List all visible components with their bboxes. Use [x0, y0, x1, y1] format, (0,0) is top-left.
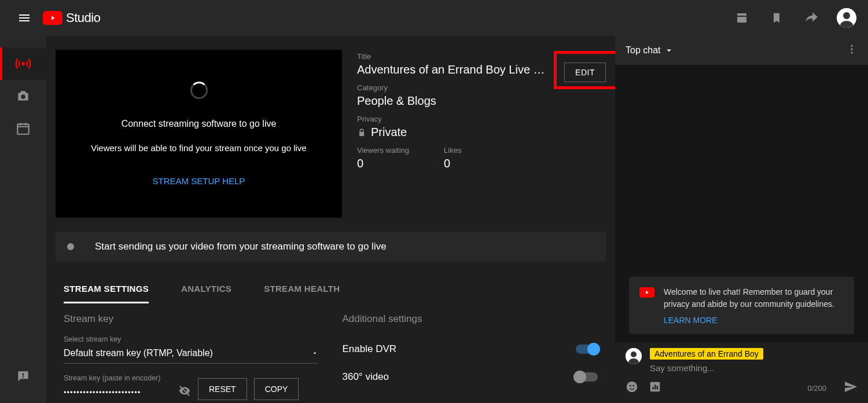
stream-key-field-label: Stream key (paste in encoder): [64, 374, 191, 382]
svg-point-12: [631, 351, 637, 357]
additional-settings-title: Additional settings: [343, 313, 598, 325]
dvr-label: Enable DVR: [343, 343, 397, 355]
category-label: Category: [357, 83, 606, 92]
video360-toggle[interactable]: [576, 372, 598, 382]
chat-welcome-card: Welcome to live chat! Remember to guard …: [629, 277, 854, 334]
video360-label: 360° video: [343, 371, 389, 383]
svg-rect-5: [17, 124, 29, 134]
app-header: Studio: [0, 0, 868, 36]
edit-button[interactable]: EDIT: [564, 63, 606, 82]
poll-button[interactable]: [649, 380, 661, 395]
poll-icon: [649, 380, 661, 393]
svg-point-4: [21, 94, 25, 99]
emoji-icon: [626, 380, 638, 393]
hamburger-icon: [17, 11, 31, 25]
svg-point-16: [632, 385, 634, 387]
learn-more-link[interactable]: LEARN MORE: [664, 316, 844, 325]
tab-stream-health[interactable]: STREAM HEALTH: [264, 276, 340, 303]
status-text: Start sending us your video from your st…: [95, 241, 387, 252]
reset-button[interactable]: RESET: [198, 378, 247, 400]
youtube-icon: [43, 11, 62, 25]
stream-preview: Connect streaming software to go live Vi…: [56, 50, 342, 218]
send-icon: [844, 380, 858, 394]
feedback-icon: [16, 369, 31, 384]
dropdown-icon: [311, 350, 318, 357]
studio-label: Studio: [66, 10, 100, 25]
likes-label: Likes: [444, 146, 461, 155]
svg-point-10: [851, 52, 852, 53]
svg-point-15: [630, 385, 631, 387]
stream-metadata: Title Adventures of an Errand Boy Live ……: [342, 50, 606, 218]
title-value: Adventures of an Errand Boy Live …: [357, 63, 548, 76]
loading-spinner-icon: [190, 82, 208, 99]
chat-header: Top chat: [615, 36, 868, 65]
svg-rect-7: [23, 376, 24, 378]
clapper-icon[interactable]: [730, 6, 753, 30]
chat-options-button[interactable]: [846, 43, 858, 57]
stream-key-input[interactable]: ••••••••••••••••••••••••: [64, 384, 191, 403]
chat-input[interactable]: Say something...: [650, 363, 858, 373]
preview-line2: Viewers will be able to find your stream…: [91, 143, 306, 153]
account-avatar[interactable]: [837, 8, 856, 28]
tab-stream-settings[interactable]: STREAM SETTINGS: [64, 276, 149, 303]
additional-settings-section: Additional settings Enable DVR 360° vide…: [343, 313, 598, 403]
stream-key-title: Stream key: [64, 313, 319, 325]
eye-off-icon: [178, 384, 191, 397]
privacy-label: Privacy: [357, 115, 606, 123]
select-stream-key-label: Select stream key: [64, 335, 319, 343]
sidebar-item-schedule[interactable]: [0, 112, 46, 145]
svg-point-1: [843, 12, 850, 19]
studio-logo[interactable]: Studio: [43, 10, 100, 25]
chat-input-area: Adventures of an Errand Boy Say somethin…: [615, 342, 868, 403]
title-label: Title: [357, 52, 606, 61]
calendar-icon: [16, 121, 31, 136]
status-dot-icon: [67, 243, 74, 250]
youtube-mini-icon: [639, 287, 654, 298]
lock-icon: [357, 128, 366, 137]
chat-welcome-text: Welcome to live chat! Remember to guard …: [664, 286, 844, 310]
tab-analytics[interactable]: ANALYTICS: [181, 276, 231, 303]
stream-key-section: Stream key Select stream key Default str…: [64, 313, 319, 403]
menu-button[interactable]: [12, 5, 37, 31]
svg-rect-6: [23, 373, 24, 376]
svg-point-8: [851, 45, 852, 47]
svg-rect-20: [657, 386, 658, 389]
sidebar-item-stream[interactable]: [0, 47, 46, 80]
sidebar-item-camera[interactable]: [0, 80, 46, 112]
chat-messages: Welcome to live chat! Remember to guard …: [615, 65, 868, 342]
chevron-down-icon: [664, 45, 674, 56]
visibility-toggle[interactable]: [178, 384, 191, 400]
svg-point-3: [21, 62, 25, 65]
main-content: Connect streaming software to go live Vi…: [46, 36, 615, 403]
live-icon: [15, 56, 31, 72]
stream-key-select[interactable]: Default stream key (RTMP, Variable): [64, 346, 318, 364]
emoji-button[interactable]: [626, 380, 638, 395]
privacy-value: Private: [371, 126, 407, 139]
svg-rect-18: [652, 387, 653, 390]
chat-mode-select[interactable]: Top chat: [626, 45, 674, 56]
svg-point-9: [851, 48, 852, 50]
viewers-value: 0: [357, 157, 409, 170]
chat-mode-label: Top chat: [626, 45, 660, 56]
send-button[interactable]: [844, 380, 858, 396]
more-vert-icon: [846, 43, 858, 55]
preview-line1: Connect streaming software to go live: [122, 119, 277, 129]
char-count: 0/200: [807, 384, 826, 393]
tabs: STREAM SETTINGS ANALYTICS STREAM HEALTH: [46, 276, 615, 304]
sidebar: [0, 36, 46, 403]
stream-setup-help-link[interactable]: STREAM SETUP HELP: [153, 176, 245, 186]
likes-value: 0: [444, 157, 461, 170]
svg-point-14: [627, 382, 637, 392]
status-bar: Start sending us your video from your st…: [56, 232, 606, 262]
chat-user-avatar: [626, 348, 642, 364]
svg-rect-19: [654, 384, 656, 389]
copy-button[interactable]: COPY: [254, 378, 299, 400]
bookmark-icon[interactable]: [765, 6, 788, 30]
chat-user-name: Adventures of an Errand Boy: [650, 348, 763, 360]
sidebar-item-feedback[interactable]: [0, 360, 46, 393]
camera-icon: [16, 89, 31, 104]
dvr-toggle[interactable]: [576, 345, 598, 354]
share-icon[interactable]: [800, 6, 823, 30]
viewers-label: Viewers waiting: [357, 146, 409, 155]
stream-key-mask: ••••••••••••••••••••••••: [64, 388, 178, 397]
